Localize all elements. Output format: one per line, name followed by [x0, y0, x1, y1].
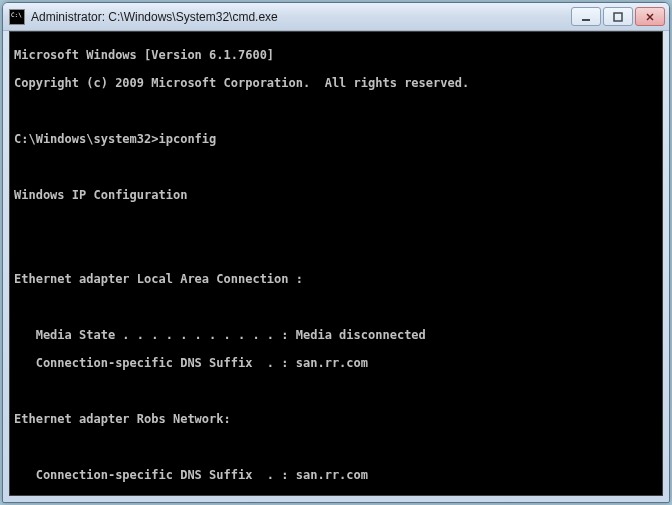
window-title: Administrator: C:\Windows\System32\cmd.e…: [31, 10, 571, 24]
console-line: Copyright (c) 2009 Microsoft Corporation…: [14, 76, 658, 90]
cmd-icon: [9, 9, 25, 25]
window-controls: [571, 7, 665, 26]
console-line: Media State . . . . . . . . . . . : Medi…: [14, 328, 658, 342]
maximize-button[interactable]: [603, 7, 633, 26]
console-line: Microsoft Windows [Version 6.1.7600]: [14, 48, 658, 62]
console-line: [14, 160, 658, 174]
console-line: Connection-specific DNS Suffix . : san.r…: [14, 468, 658, 482]
console-line: Windows IP Configuration: [14, 188, 658, 202]
console-line: [14, 244, 658, 258]
console-line: [14, 104, 658, 118]
close-button[interactable]: [635, 7, 665, 26]
console-prompt-line: C:\Windows\system32>ipconfig: [14, 132, 658, 146]
adapter-header: Ethernet adapter Robs Network:: [14, 412, 658, 426]
svg-rect-0: [582, 19, 590, 21]
console-output[interactable]: Microsoft Windows [Version 6.1.7600] Cop…: [9, 31, 663, 496]
titlebar[interactable]: Administrator: C:\Windows\System32\cmd.e…: [3, 3, 669, 31]
console-line: [14, 440, 658, 454]
minimize-button[interactable]: [571, 7, 601, 26]
command: ipconfig: [159, 132, 217, 146]
console-line: [14, 300, 658, 314]
console-line: [14, 384, 658, 398]
prompt: C:\Windows\system32>: [14, 132, 159, 146]
svg-rect-1: [614, 13, 622, 21]
console-line: [14, 216, 658, 230]
console-line: Connection-specific DNS Suffix . : san.r…: [14, 356, 658, 370]
cmd-window: Administrator: C:\Windows\System32\cmd.e…: [2, 2, 670, 503]
adapter-header: Ethernet adapter Local Area Connection :: [14, 272, 658, 286]
